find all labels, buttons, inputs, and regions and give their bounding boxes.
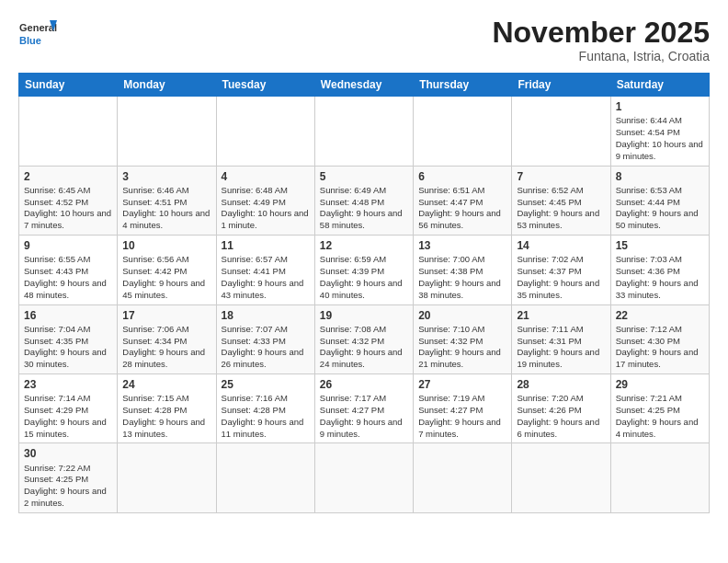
day-number: 17 [122,308,210,323]
day-cell: 13Sunrise: 7:00 AM Sunset: 4:38 PM Dayli… [414,236,512,304]
day-cell: 7Sunrise: 6:52 AM Sunset: 4:45 PM Daylig… [512,166,610,235]
day-cell [118,97,216,166]
day-info: Sunrise: 7:11 AM Sunset: 4:31 PM Dayligh… [517,324,605,371]
day-info: Sunrise: 6:51 AM Sunset: 4:47 PM Dayligh… [418,185,506,232]
weekday-header-row: SundayMondayTuesdayWednesdayThursdayFrid… [19,74,710,97]
calendar-table: SundayMondayTuesdayWednesdayThursdayFrid… [18,73,710,513]
day-cell: 26Sunrise: 7:17 AM Sunset: 4:27 PM Dayli… [314,373,413,442]
week-row-3: 9Sunrise: 6:55 AM Sunset: 4:43 PM Daylig… [19,236,710,304]
day-number: 5 [320,169,408,184]
day-cell [216,97,314,166]
day-number: 23 [24,377,112,392]
page: General Blue November 2025 Funtana, Istr… [0,0,728,523]
day-cell: 18Sunrise: 7:07 AM Sunset: 4:33 PM Dayli… [216,304,314,373]
week-row-5: 23Sunrise: 7:14 AM Sunset: 4:29 PM Dayli… [19,373,710,442]
header: General Blue November 2025 Funtana, Istr… [18,17,710,63]
day-info: Sunrise: 7:07 AM Sunset: 4:33 PM Dayligh… [222,324,310,371]
logo: General Blue [18,17,57,55]
day-number: 26 [320,377,408,392]
generalblue-logo-icon: General Blue [18,17,57,55]
day-cell: 30Sunrise: 7:22 AM Sunset: 4:25 PM Dayli… [19,443,118,512]
day-number: 18 [222,308,310,323]
day-number: 6 [418,169,506,184]
day-info: Sunrise: 6:48 AM Sunset: 4:49 PM Dayligh… [222,185,310,232]
day-number: 24 [122,377,210,392]
day-number: 1 [616,99,704,114]
day-info: Sunrise: 6:56 AM Sunset: 4:42 PM Dayligh… [122,254,210,301]
day-number: 30 [24,446,112,461]
day-cell: 3Sunrise: 6:46 AM Sunset: 4:51 PM Daylig… [118,166,216,235]
day-number: 21 [517,308,605,323]
day-cell: 2Sunrise: 6:45 AM Sunset: 4:52 PM Daylig… [19,166,118,235]
day-cell: 16Sunrise: 7:04 AM Sunset: 4:35 PM Dayli… [19,304,118,373]
day-number: 28 [517,377,605,392]
weekday-saturday: Saturday [610,74,709,97]
month-title: November 2025 [492,17,710,49]
day-number: 10 [122,238,210,253]
subtitle: Funtana, Istria, Croatia [492,49,710,63]
day-info: Sunrise: 7:21 AM Sunset: 4:25 PM Dayligh… [616,393,704,440]
day-cell: 8Sunrise: 6:53 AM Sunset: 4:44 PM Daylig… [610,166,709,235]
day-number: 12 [320,238,408,253]
weekday-monday: Monday [118,74,216,97]
day-info: Sunrise: 7:00 AM Sunset: 4:38 PM Dayligh… [418,254,506,301]
day-info: Sunrise: 6:59 AM Sunset: 4:39 PM Dayligh… [320,254,408,301]
day-info: Sunrise: 7:19 AM Sunset: 4:27 PM Dayligh… [418,393,506,440]
day-info: Sunrise: 7:04 AM Sunset: 4:35 PM Dayligh… [24,324,112,371]
day-number: 9 [24,238,112,253]
day-cell: 6Sunrise: 6:51 AM Sunset: 4:47 PM Daylig… [414,166,512,235]
day-info: Sunrise: 6:45 AM Sunset: 4:52 PM Dayligh… [24,185,112,232]
day-info: Sunrise: 6:44 AM Sunset: 4:54 PM Dayligh… [616,115,704,162]
title-block: November 2025 Funtana, Istria, Croatia [492,17,710,63]
day-info: Sunrise: 7:12 AM Sunset: 4:30 PM Dayligh… [616,324,704,371]
day-cell: 1Sunrise: 6:44 AM Sunset: 4:54 PM Daylig… [610,97,709,166]
svg-text:Blue: Blue [19,35,41,46]
day-info: Sunrise: 7:15 AM Sunset: 4:28 PM Dayligh… [122,393,210,440]
day-cell: 12Sunrise: 6:59 AM Sunset: 4:39 PM Dayli… [314,236,413,304]
day-cell: 22Sunrise: 7:12 AM Sunset: 4:30 PM Dayli… [610,304,709,373]
day-number: 25 [222,377,310,392]
day-cell: 19Sunrise: 7:08 AM Sunset: 4:32 PM Dayli… [314,304,413,373]
day-cell: 21Sunrise: 7:11 AM Sunset: 4:31 PM Dayli… [512,304,610,373]
week-row-4: 16Sunrise: 7:04 AM Sunset: 4:35 PM Dayli… [19,304,710,373]
week-row-2: 2Sunrise: 6:45 AM Sunset: 4:52 PM Daylig… [19,166,710,235]
day-number: 2 [24,169,112,184]
day-cell: 25Sunrise: 7:16 AM Sunset: 4:28 PM Dayli… [216,373,314,442]
day-cell [414,443,512,512]
day-info: Sunrise: 7:14 AM Sunset: 4:29 PM Dayligh… [24,393,112,440]
day-info: Sunrise: 7:20 AM Sunset: 4:26 PM Dayligh… [517,393,605,440]
day-cell: 27Sunrise: 7:19 AM Sunset: 4:27 PM Dayli… [414,373,512,442]
day-number: 14 [517,238,605,253]
day-info: Sunrise: 6:55 AM Sunset: 4:43 PM Dayligh… [24,254,112,301]
day-info: Sunrise: 7:17 AM Sunset: 4:27 PM Dayligh… [320,393,408,440]
day-cell [512,97,610,166]
day-number: 8 [616,169,704,184]
day-number: 22 [616,308,704,323]
day-cell: 20Sunrise: 7:10 AM Sunset: 4:32 PM Dayli… [414,304,512,373]
day-cell [314,97,413,166]
day-cell [19,97,118,166]
week-row-1: 1Sunrise: 6:44 AM Sunset: 4:54 PM Daylig… [19,97,710,166]
day-number: 16 [24,308,112,323]
day-number: 29 [616,377,704,392]
weekday-wednesday: Wednesday [314,74,413,97]
day-info: Sunrise: 6:46 AM Sunset: 4:51 PM Dayligh… [122,185,210,232]
day-info: Sunrise: 7:22 AM Sunset: 4:25 PM Dayligh… [24,463,112,510]
weekday-thursday: Thursday [414,74,512,97]
day-cell: 11Sunrise: 6:57 AM Sunset: 4:41 PM Dayli… [216,236,314,304]
day-cell [314,443,413,512]
day-info: Sunrise: 7:02 AM Sunset: 4:37 PM Dayligh… [517,254,605,301]
day-cell: 4Sunrise: 6:48 AM Sunset: 4:49 PM Daylig… [216,166,314,235]
day-cell: 10Sunrise: 6:56 AM Sunset: 4:42 PM Dayli… [118,236,216,304]
day-cell: 14Sunrise: 7:02 AM Sunset: 4:37 PM Dayli… [512,236,610,304]
day-cell [610,443,709,512]
day-number: 20 [418,308,506,323]
day-number: 15 [616,238,704,253]
day-number: 19 [320,308,408,323]
day-info: Sunrise: 6:57 AM Sunset: 4:41 PM Dayligh… [222,254,310,301]
day-number: 13 [418,238,506,253]
day-cell: 23Sunrise: 7:14 AM Sunset: 4:29 PM Dayli… [19,373,118,442]
day-info: Sunrise: 7:16 AM Sunset: 4:28 PM Dayligh… [222,393,310,440]
day-info: Sunrise: 7:08 AM Sunset: 4:32 PM Dayligh… [320,324,408,371]
day-number: 27 [418,377,506,392]
